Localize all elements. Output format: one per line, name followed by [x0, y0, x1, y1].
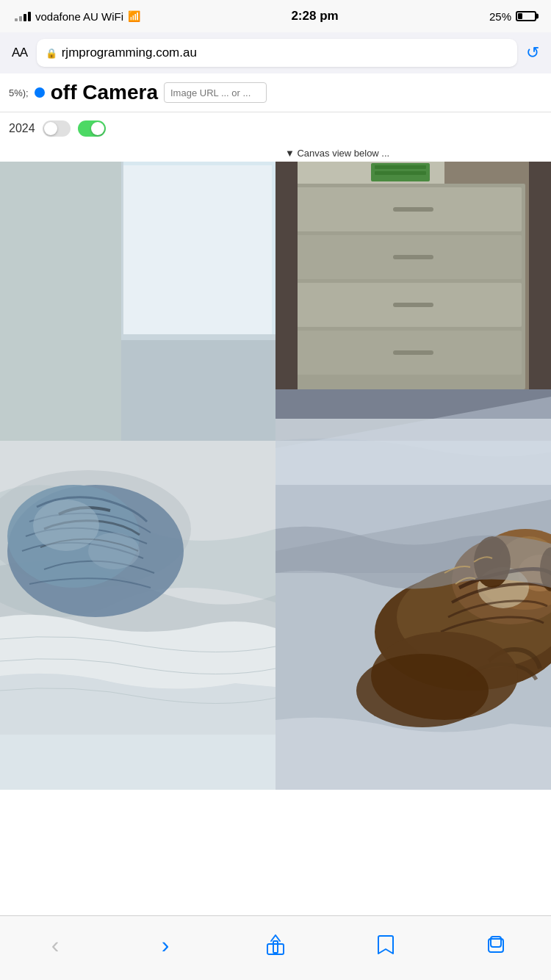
toggle-knob-1	[44, 122, 57, 135]
left-image	[0, 162, 276, 790]
aa-button[interactable]: AA	[12, 46, 28, 60]
bottom-space	[0, 790, 551, 885]
forward-icon: ›	[162, 933, 170, 956]
browser-bar: AA 🔒 rjmprogramming.com.au ↺	[0, 32, 551, 73]
signal-bar-1	[15, 18, 18, 21]
svg-point-44	[356, 654, 489, 727]
svg-rect-28	[276, 162, 298, 397]
svg-rect-4	[118, 334, 276, 340]
battery-percent: 25%	[489, 10, 511, 23]
tabs-icon	[486, 934, 506, 955]
forward-button[interactable]: ›	[136, 929, 195, 961]
back-icon: ‹	[51, 933, 60, 956]
reload-button[interactable]: ↺	[526, 45, 539, 61]
controls-row: 2024	[0, 112, 551, 145]
svg-rect-2	[121, 165, 272, 334]
url-text: rjmprogramming.com.au	[62, 46, 197, 60]
svg-rect-29	[529, 162, 551, 397]
wifi-icon: 📶	[128, 10, 140, 22]
toggle-switch-1[interactable]	[43, 120, 71, 137]
signal-bar-3	[24, 14, 26, 21]
share-button[interactable]	[246, 929, 305, 961]
svg-rect-20	[393, 207, 433, 212]
right-image	[276, 162, 551, 790]
svg-rect-27	[375, 171, 426, 175]
bottom-nav: ‹ ›	[0, 915, 551, 980]
bookmarks-icon	[375, 934, 396, 955]
color-swatch-blue	[35, 87, 45, 98]
svg-rect-23	[393, 350, 433, 355]
svg-rect-45	[273, 941, 278, 953]
status-right: 25%	[489, 10, 536, 23]
back-button[interactable]: ‹	[26, 929, 84, 961]
svg-point-11	[33, 500, 99, 551]
toggle-knob-2	[91, 122, 104, 135]
toolbar-area: 5%); off Camera	[0, 73, 551, 112]
status-bar: vodafone AU WiFi 📶 2:28 pm 25%	[0, 0, 551, 32]
battery-icon	[516, 11, 536, 21]
lock-icon: 🔒	[46, 48, 57, 59]
code-snippet: 5%);	[9, 87, 29, 98]
image-url-input[interactable]	[164, 82, 267, 103]
carrier-label: vodafone AU WiFi	[35, 10, 123, 23]
signal-bar-4	[28, 12, 31, 21]
svg-point-12	[88, 533, 140, 569]
tabs-button[interactable]	[467, 929, 525, 961]
share-icon	[266, 934, 285, 956]
year-label: 2024	[9, 122, 35, 135]
status-left: vodafone AU WiFi 📶	[15, 10, 140, 23]
images-container	[0, 162, 551, 790]
svg-rect-21	[393, 255, 433, 259]
signal-bar-2	[19, 16, 22, 21]
url-bar[interactable]: 🔒 rjmprogramming.com.au	[37, 39, 517, 67]
time-label: 2:28 pm	[291, 9, 338, 24]
signal-bars	[15, 11, 31, 21]
svg-rect-26	[375, 165, 426, 169]
svg-rect-22	[393, 303, 433, 307]
webpage-content: 5%); off Camera 2024 ▼ Canvas view below…	[0, 73, 551, 911]
toggle-switch-2[interactable]	[78, 120, 106, 137]
page-title: off Camera	[51, 81, 158, 104]
svg-rect-10	[0, 735, 276, 790]
bookmarks-button[interactable]	[356, 929, 415, 961]
canvas-label: ▼ Canvas view below ...	[0, 145, 551, 162]
